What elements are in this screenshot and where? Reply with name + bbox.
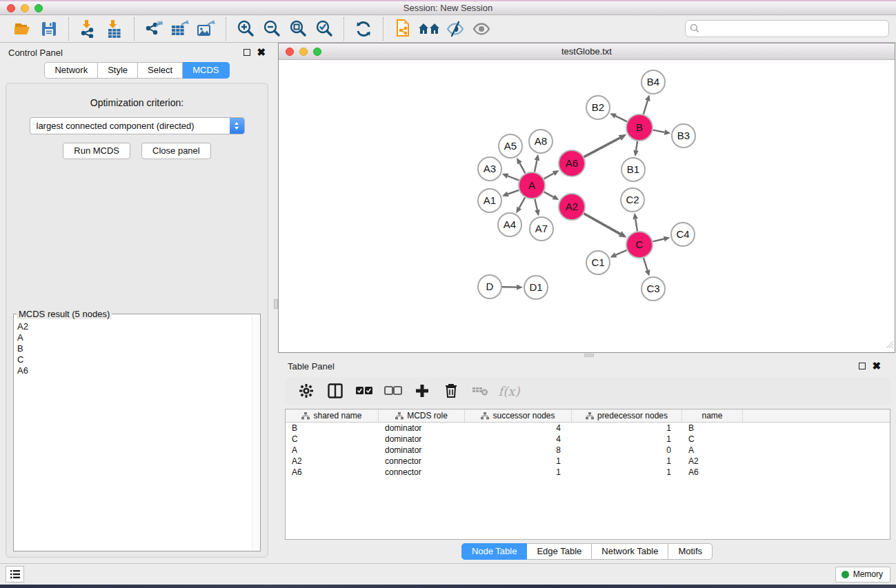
open-session-icon[interactable] — [10, 17, 36, 41]
result-list-item[interactable]: A2 — [15, 321, 251, 332]
new-network-from-file-icon[interactable] — [390, 17, 416, 41]
tab-network-table[interactable]: Network Table — [592, 543, 668, 560]
graph-edge[interactable] — [519, 163, 525, 174]
export-network-icon[interactable] — [141, 17, 167, 41]
graph-edge[interactable] — [615, 116, 627, 121]
graph-edge[interactable] — [508, 190, 519, 194]
tab-node-table[interactable]: Node Table — [461, 543, 528, 560]
table-cell: 1 — [572, 423, 682, 434]
export-table-icon[interactable] — [167, 17, 193, 41]
save-session-icon[interactable] — [36, 17, 62, 41]
column-header-predecessor-nodes[interactable]: predecessor nodes — [572, 409, 682, 422]
zoom-out-icon[interactable] — [259, 17, 285, 41]
graph-edge-arrow — [517, 285, 523, 290]
graph-edge[interactable] — [644, 258, 648, 270]
search-input[interactable] — [685, 20, 889, 37]
close-panel-icon[interactable]: ✖ — [257, 49, 266, 56]
deselect-all-icon[interactable] — [381, 380, 405, 402]
horizontal-splitter[interactable] — [278, 353, 896, 358]
tab-network[interactable]: Network — [44, 62, 98, 79]
graph-edge-arrow — [664, 236, 670, 242]
column-header-MCDS-role[interactable]: MCDS role — [379, 409, 465, 422]
graph-edge[interactable] — [535, 199, 537, 210]
toolbar-separator — [68, 17, 69, 41]
task-history-button[interactable] — [6, 566, 24, 582]
table-tabs: Node TableEdge TableNetwork TableMotifs — [461, 543, 713, 560]
graph-edge[interactable] — [616, 250, 627, 255]
column-header-successor-nodes[interactable]: successor nodes — [465, 409, 572, 422]
table-row[interactable]: A6connector11A6 — [286, 467, 890, 478]
control-panel: Control Panel ✖ NetworkStyleSelectMCDS O… — [0, 43, 274, 563]
function-builder-icon[interactable]: f(x) — [497, 380, 521, 402]
split-panel-icon[interactable] — [323, 380, 347, 402]
graph-node-label: A4 — [504, 219, 516, 230]
network-canvas[interactable]: B4B2BB3A5A8A6A3B1AA1C2A2A4A7C4CC1C3DD1 — [279, 60, 895, 352]
graph-edge[interactable] — [636, 141, 637, 151]
vertical-splitter[interactable] — [274, 43, 278, 563]
graph-edge[interactable] — [584, 138, 620, 157]
column-header-shared-name[interactable]: shared name — [286, 409, 379, 422]
close-table-panel-icon[interactable]: ✖ — [872, 363, 881, 369]
table-cell: connector — [379, 456, 465, 467]
table-row[interactable]: Adominator80A — [286, 445, 890, 456]
graph-edge[interactable] — [653, 239, 664, 241]
graph-edge[interactable] — [644, 101, 648, 114]
table-row[interactable]: Bdominator41B — [286, 423, 890, 434]
graph-node-label: A2 — [566, 201, 578, 212]
optimization-criterion-dropdown[interactable]: largest connected component (directed) — [30, 117, 245, 134]
network-window-title: testGlobe.txt — [279, 46, 895, 57]
result-list-item[interactable]: C — [15, 354, 251, 365]
show-all-networks-icon[interactable] — [416, 17, 442, 41]
export-image-icon[interactable] — [193, 17, 219, 41]
hide-network-icon[interactable] — [442, 17, 468, 41]
tab-motifs[interactable]: Motifs — [668, 543, 713, 560]
graph-edge-arrow — [645, 94, 650, 101]
table-cell: dominator — [379, 445, 465, 456]
show-network-icon[interactable] — [468, 17, 495, 41]
close-panel-button[interactable]: Close panel — [141, 143, 211, 159]
main-toolbar — [0, 15, 896, 43]
add-column-icon[interactable] — [410, 380, 434, 402]
column-header-name[interactable]: name — [682, 409, 743, 422]
tab-mcds[interactable]: MCDS — [183, 62, 229, 79]
search-field-wrap — [685, 20, 889, 37]
network-window-titlebar[interactable]: testGlobe.txt — [279, 43, 895, 60]
float-table-panel-icon[interactable] — [859, 363, 866, 369]
memory-button[interactable]: Memory — [835, 567, 890, 582]
select-all-icon[interactable] — [352, 380, 376, 402]
tab-style[interactable]: Style — [98, 62, 138, 79]
result-list-item[interactable]: B — [15, 343, 251, 354]
graph-edge[interactable] — [544, 192, 554, 196]
delete-table-icon[interactable] — [468, 380, 492, 402]
zoom-fit-icon[interactable] — [285, 17, 311, 41]
zoom-in-icon[interactable] — [232, 17, 259, 41]
toolbar-separator — [344, 17, 344, 41]
import-network-icon[interactable] — [75, 17, 101, 41]
refresh-layout-icon[interactable] — [350, 17, 377, 41]
float-panel-icon[interactable] — [243, 49, 250, 56]
table-settings-icon[interactable] — [295, 380, 318, 402]
table-row[interactable]: Cdominator41C — [286, 434, 890, 445]
zoom-selected-icon[interactable] — [311, 17, 337, 41]
table-cell: 1 — [572, 456, 682, 467]
result-scrollbar[interactable] — [252, 315, 259, 550]
graph-edge[interactable] — [653, 130, 665, 132]
result-list-item[interactable]: A — [15, 332, 251, 343]
resize-grip-icon[interactable] — [886, 339, 894, 352]
graph-edge[interactable] — [584, 214, 620, 234]
graph-edge[interactable] — [508, 176, 519, 180]
graph-edge[interactable] — [535, 160, 537, 172]
graph-node-label: C4 — [676, 228, 689, 240]
mcds-result-list[interactable]: A2ABCA6 — [15, 321, 251, 549]
tab-edge-table[interactable]: Edge Table — [527, 543, 592, 560]
run-mcds-button[interactable]: Run MCDS — [63, 143, 130, 159]
delete-column-icon[interactable] — [439, 380, 463, 402]
table-row[interactable]: A2connector11A2 — [286, 456, 890, 467]
import-table-icon[interactable] — [101, 17, 128, 41]
app-titlebar: Session: New Session — [0, 0, 896, 15]
graph-edge[interactable] — [635, 219, 637, 232]
result-list-item[interactable]: A6 — [15, 365, 251, 376]
tab-select[interactable]: Select — [138, 62, 183, 79]
graph-edge[interactable] — [519, 197, 526, 207]
graph-edge[interactable] — [544, 173, 554, 179]
